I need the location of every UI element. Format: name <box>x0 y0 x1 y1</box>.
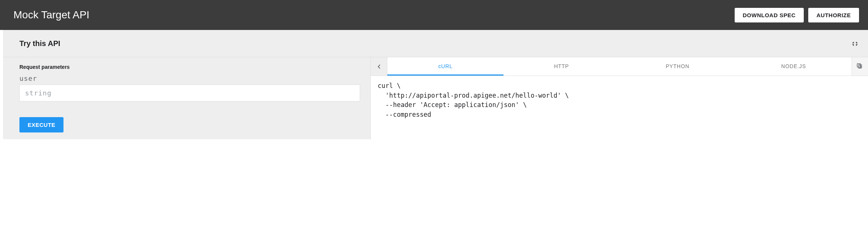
tab-curl[interactable]: cURL <box>387 57 503 76</box>
param-input-user[interactable] <box>19 85 360 101</box>
tabs-scroll-left-button[interactable] <box>371 57 387 76</box>
code-tabs-row: cURL HTTP PYTHON NODE.JS <box>371 57 868 76</box>
copy-code-button[interactable] <box>856 62 863 70</box>
panel-title: Try this API <box>19 39 851 48</box>
copy-icon <box>856 62 863 69</box>
download-spec-button[interactable]: DOWNLOAD SPEC <box>735 8 804 22</box>
code-sample-section: cURL HTTP PYTHON NODE.JS curl \ 'http://… <box>371 57 868 139</box>
request-parameters-label: Request parameters <box>19 64 360 70</box>
code-tabs: cURL HTTP PYTHON NODE.JS <box>387 57 852 76</box>
code-snippet: curl \ 'http://apiportal-prod.apigee.net… <box>371 76 868 139</box>
panel-header: Try this API <box>3 30 868 57</box>
svg-rect-0 <box>858 65 862 68</box>
app-header: Mock Target API DOWNLOAD SPEC AUTHORIZE <box>0 0 868 30</box>
tab-python[interactable]: PYTHON <box>620 57 736 76</box>
app-title: Mock Target API <box>13 9 735 21</box>
param-name-user: user <box>19 74 360 82</box>
svg-rect-1 <box>857 64 861 67</box>
header-actions: DOWNLOAD SPEC AUTHORIZE <box>735 8 859 22</box>
panel-body: Request parameters user EXECUTE cURL <box>3 57 868 139</box>
authorize-button[interactable]: AUTHORIZE <box>808 8 859 22</box>
chevron-left-icon <box>375 63 383 70</box>
try-api-panel: Try this API Request parameters user EXE… <box>3 30 868 139</box>
execute-button[interactable]: EXECUTE <box>19 117 63 132</box>
collapse-icon[interactable] <box>851 40 859 48</box>
tab-nodejs[interactable]: NODE.JS <box>735 57 852 76</box>
request-parameters-section: Request parameters user EXECUTE <box>3 57 371 139</box>
tab-http[interactable]: HTTP <box>503 57 620 76</box>
